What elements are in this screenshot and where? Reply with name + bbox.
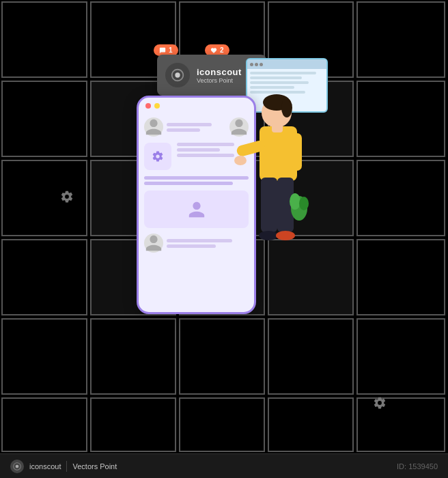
- browser-dot-2: [255, 63, 258, 66]
- grid-cell: [356, 1, 445, 78]
- bottom-divider: [66, 461, 67, 472]
- grid-cell: [1, 318, 87, 395]
- svg-rect-4: [260, 126, 297, 181]
- browser-dot-3: [260, 63, 263, 66]
- browser-line: [250, 81, 309, 84]
- phone-line: [167, 128, 200, 132]
- phone-avatar-1: [144, 117, 163, 137]
- grid-cell: [1, 160, 87, 236]
- grid-cell: [268, 397, 354, 452]
- bottom-brand-name: iconscout: [29, 462, 61, 470]
- browser-dot-1: [250, 63, 253, 66]
- brand-name: iconscout: [197, 67, 242, 77]
- bottom-subtitle: Vectors Point: [72, 462, 117, 470]
- grid-cell: [356, 81, 445, 157]
- phone-line: [144, 182, 233, 185]
- brand-subtitle: Vectors Point: [197, 77, 242, 84]
- brand-logo: [165, 63, 190, 87]
- grid-cell: [356, 239, 445, 315]
- brand-text-container: iconscout Vectors Point: [197, 67, 242, 84]
- svg-point-8: [234, 156, 247, 165]
- browser-bar: [247, 59, 326, 69]
- svg-point-15: [299, 197, 309, 210]
- svg-rect-5: [272, 124, 283, 132]
- bottom-logo: [10, 460, 24, 473]
- bottom-bar: iconscout Vectors Point ID: 1539450: [0, 453, 448, 478]
- grid-cell: [90, 397, 176, 452]
- phone-avatar-3: [144, 234, 163, 253]
- illustration-container: 1 2 iconscout Vectors Point: [116, 55, 335, 389]
- grid-cell: [179, 397, 265, 452]
- browser-line: [250, 72, 316, 74]
- svg-rect-9: [261, 178, 277, 232]
- person-figure: [225, 89, 314, 280]
- phone-text-lines-1: [167, 123, 223, 132]
- svg-point-14: [290, 193, 300, 210]
- grid-cell: [1, 81, 87, 157]
- browser-line: [250, 76, 302, 79]
- phone-line: [167, 239, 232, 242]
- phone-dot-yellow: [154, 103, 160, 109]
- grid-cell: [356, 318, 445, 395]
- svg-point-0: [175, 72, 180, 77]
- svg-rect-7: [292, 133, 302, 171]
- grid-cell: [1, 239, 87, 315]
- gear-icon-left: [60, 190, 74, 203]
- svg-point-16: [16, 464, 19, 468]
- svg-point-3: [281, 98, 292, 117]
- svg-point-12: [276, 231, 295, 240]
- svg-point-11: [259, 231, 278, 240]
- grid-cell: [356, 397, 445, 452]
- grid-cell: [1, 1, 87, 78]
- bottom-id: ID: 1539450: [397, 462, 438, 470]
- phone-line: [167, 244, 216, 248]
- phone-line: [177, 148, 220, 152]
- grid-cell: [356, 160, 445, 236]
- grid-cell: [1, 397, 87, 452]
- phone-dot-red: [145, 103, 151, 109]
- gear-icon-right: [373, 396, 387, 410]
- phone-line: [167, 123, 212, 126]
- phone-settings-item-1: [144, 143, 171, 170]
